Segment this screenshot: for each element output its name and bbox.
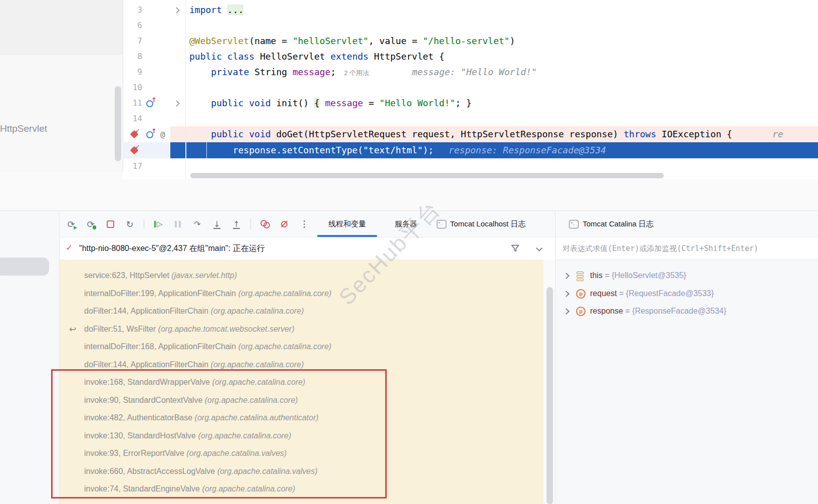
- code-token: init(): [276, 98, 314, 108]
- code-token: , value =: [369, 36, 423, 46]
- rerun-debug-icon[interactable]: ⟳: [85, 218, 96, 229]
- resume-icon[interactable]: ▷: [153, 218, 164, 229]
- return-arrow-icon: ↩: [69, 320, 76, 338]
- frames-scrollbar[interactable]: [547, 287, 553, 504]
- code-token: throws: [624, 129, 662, 139]
- code-token: HttpServlet {: [374, 51, 444, 62]
- left-panel: [0, 55, 123, 172]
- code-line[interactable]: public void doGet(HttpServletRequest req…: [189, 126, 732, 142]
- step-over-icon[interactable]: ↷: [192, 218, 203, 229]
- code-line[interactable]: public class HelloServlet extends HttpSe…: [189, 49, 444, 64]
- gutter-separator: [185, 0, 186, 179]
- code-line[interactable]: @WebServlet(name = "helloServlet", value…: [189, 33, 515, 49]
- frame-location: (org.apache.catalina.core): [238, 342, 332, 351]
- breakpoint-verified-check-icon: ✓: [135, 144, 140, 150]
- debugger-inline-hint-clipped: re: [772, 126, 783, 142]
- stack-frame-row[interactable]: internalDoFilter:168, ApplicationFilterC…: [84, 338, 332, 356]
- stack-frame-row[interactable]: doFilter:51, WsFilter (org.apache.tomcat…: [84, 320, 295, 338]
- code-line[interactable]: import ...: [189, 2, 243, 18]
- code-line[interactable]: private String message;2 个用法message: "He…: [189, 64, 537, 80]
- code-token: IOException {: [662, 129, 732, 139]
- frame-method: service:623, HttpServlet: [84, 271, 171, 280]
- line-number: 10: [113, 80, 142, 95]
- code-line[interactable]: response.setContentType("text/html");res…: [189, 142, 606, 158]
- filter-funnel-icon[interactable]: [511, 244, 519, 253]
- code-line[interactable]: public void init() { message = "Hello Wo…: [189, 95, 472, 111]
- code-token: void: [249, 98, 276, 108]
- frame-method: doFilter:144, ApplicationFilterChain: [84, 307, 211, 315]
- mute-breakpoints-icon[interactable]: [279, 218, 290, 229]
- editor-horizontal-scrollbar[interactable]: [190, 173, 664, 178]
- thread-running-check-icon: ✓: [66, 242, 73, 253]
- tab-label: 线程和变量: [329, 219, 366, 229]
- variable-row[interactable]: request = {RequestFacade@3533}: [590, 285, 714, 303]
- line-number: 9: [113, 64, 142, 80]
- code-token: ; }: [455, 98, 472, 108]
- code-token: message: [293, 67, 331, 77]
- view-breakpoints-icon[interactable]: [259, 218, 270, 229]
- pause-icon[interactable]: [172, 218, 183, 229]
- line-number: 11: [113, 95, 142, 111]
- code-token: ...: [227, 5, 244, 15]
- stop-icon[interactable]: [105, 218, 116, 229]
- debug-toolbar: ⟳▶⟳↻▷↷↓↑: [66, 211, 310, 237]
- code-token: =: [363, 98, 380, 108]
- step-out-icon[interactable]: ↑: [231, 218, 242, 229]
- code-token: [189, 129, 211, 139]
- tab-4[interactable]: >_Tomcat Catalina 日志: [553, 211, 670, 237]
- tool-window-stripe: [0, 211, 59, 504]
- line-number: 3: [113, 2, 142, 18]
- code-token: response.setContentType("text/html");: [189, 145, 434, 155]
- debugger-inline-hint: response: ResponseFacade@3534: [449, 145, 606, 155]
- step-into-icon[interactable]: ↓: [211, 218, 222, 229]
- code-token: public: [189, 51, 227, 62]
- left-panel-top: [0, 0, 123, 56]
- variable-row[interactable]: response = {ResponseFacade@3534}: [590, 302, 726, 320]
- code-token: "Hello World!": [379, 98, 455, 108]
- code-token: private: [211, 67, 254, 77]
- code-token: (name =: [249, 36, 293, 46]
- equals-sign: =: [623, 307, 632, 315]
- ide-debug-screen: HttpServlet 367891011↑14✓↑@✓17 import ..…: [0, 0, 818, 504]
- annotation-highlight-box: [51, 369, 387, 498]
- frame-location: (org.apache.catalina.core): [238, 289, 332, 298]
- console-icon: >_: [569, 220, 579, 228]
- selected-tab-underline: [317, 235, 377, 237]
- evaluate-expression-input[interactable]: 对表达式求值(Enter)或添加监视(Ctrl+Shift+Enter): [563, 237, 758, 260]
- variable-row[interactable]: this = {HelloServlet@3535}: [590, 267, 686, 285]
- line-number: 8: [113, 49, 142, 64]
- stack-frame-row[interactable]: internalDoFilter:199, ApplicationFilterC…: [84, 285, 332, 303]
- stripe-button[interactable]: [0, 258, 49, 276]
- variable-value: {ResponseFacade@3534}: [632, 307, 726, 315]
- stack-frame-row[interactable]: service:623, HttpServlet (javax.servlet.…: [84, 267, 237, 285]
- code-token: "helloServlet": [293, 36, 369, 46]
- debugger-inline-hint: message: "Hello World!": [412, 67, 536, 77]
- code-token: @WebServlet: [189, 36, 249, 46]
- frame-location: (javax.servlet.http): [171, 271, 237, 280]
- code-token: "/hello-servlet": [423, 36, 509, 46]
- line-number: 17: [113, 158, 142, 174]
- rerun-icon[interactable]: ⟳▶: [66, 218, 77, 229]
- code-token: [320, 98, 325, 108]
- variable-value: {HelloServlet@3535}: [612, 271, 686, 280]
- frame-location: (org.apache.tomcat.websocket.server): [158, 325, 295, 333]
- code-token: String: [254, 67, 293, 77]
- frame-method: internalDoFilter:199, ApplicationFilterC…: [84, 289, 238, 298]
- variable-value: {RequestFacade@3533}: [626, 289, 714, 298]
- code-token: [189, 98, 211, 108]
- thread-status[interactable]: "http-nio-8080-exec-5"@2,437 在组"main": 正…: [79, 237, 265, 260]
- code-token: doGet(HttpServletRequest request, HttpSe…: [276, 129, 624, 139]
- refresh-icon[interactable]: ↻: [124, 218, 135, 229]
- value-icon: [577, 272, 584, 282]
- tab-1[interactable]: 线程和变量: [317, 211, 377, 237]
- toolbar-separator: [144, 219, 144, 229]
- code-token: void: [249, 129, 276, 139]
- line-number: 14: [113, 111, 142, 126]
- code-token: ;: [331, 67, 336, 77]
- stack-frame-row[interactable]: doFilter:144, ApplicationFilterChain (or…: [84, 302, 304, 320]
- more-icon[interactable]: [299, 218, 310, 229]
- annotation-at-icon: @: [160, 130, 165, 139]
- code-token: HelloServlet: [260, 51, 331, 62]
- tab-3[interactable]: >_Tomcat Localhost 日志: [422, 211, 540, 237]
- toolbar-separator: [250, 219, 251, 229]
